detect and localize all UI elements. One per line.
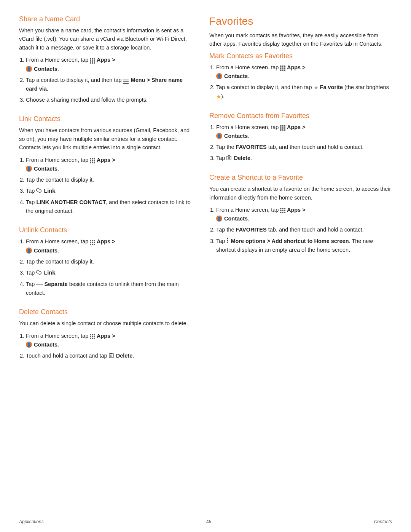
link-another-label: LINK ANOTHER CONTACT	[36, 199, 106, 205]
svg-rect-49	[280, 125, 282, 127]
list-item: From a Home screen, tap Apps > Contacts.	[26, 156, 194, 173]
svg-rect-39	[109, 354, 113, 358]
list-item: Tap Separate beside contacts to unlink t…	[26, 280, 194, 297]
footer-page: 45	[206, 519, 211, 524]
separator-icon	[36, 284, 43, 284]
menu-icon	[123, 78, 129, 82]
footer-right: Contacts	[374, 519, 392, 524]
list-item: From a Home screen, tap Apps > Contacts.	[26, 237, 194, 255]
svg-rect-61	[284, 208, 286, 209]
link-label: Link	[44, 270, 55, 276]
svg-rect-30	[90, 334, 91, 335]
list-item: Tap the contact to display it.	[26, 257, 194, 266]
list-item: Tap More options > Add shortcut to Home …	[216, 237, 392, 255]
link-title: Link Contacts	[19, 115, 194, 123]
svg-point-70	[227, 242, 228, 243]
svg-rect-56	[282, 129, 284, 131]
favorite-label: Fa vorite	[320, 84, 343, 90]
svg-rect-38	[94, 338, 96, 339]
svg-rect-4	[92, 60, 94, 62]
svg-rect-17	[94, 160, 96, 161]
svg-rect-2	[94, 58, 96, 60]
share-section: Share a Name Card When you share a name …	[19, 15, 194, 104]
svg-rect-11	[123, 83, 129, 84]
share-intro: When you share a name card, the contact'…	[19, 26, 194, 52]
contacts-label: Contacts	[34, 166, 57, 172]
svg-rect-59	[280, 208, 282, 209]
svg-rect-29	[94, 244, 96, 245]
svg-rect-16	[92, 160, 94, 161]
apps-icon	[90, 157, 95, 163]
svg-rect-67	[284, 212, 286, 214]
star-filled-icon: ★	[216, 93, 221, 101]
list-item: Tap Link.	[26, 187, 194, 196]
contacts-label: Contacts	[224, 216, 248, 222]
svg-point-68	[227, 238, 228, 239]
svg-rect-53	[282, 127, 284, 129]
svg-rect-34	[92, 336, 94, 337]
svg-rect-23	[94, 240, 96, 241]
svg-rect-48	[284, 70, 286, 71]
svg-rect-18	[90, 162, 91, 163]
apps-icon	[280, 65, 285, 70]
svg-rect-20	[94, 162, 96, 163]
delete-label: Delete	[234, 155, 250, 161]
svg-rect-35	[94, 336, 96, 337]
footer-left: Applications	[19, 519, 44, 524]
shortcut-section: Create a Shortcut to a Favorite You can …	[209, 174, 392, 254]
svg-rect-32	[94, 334, 96, 335]
svg-rect-9	[123, 80, 129, 80]
list-item: From a Home screen, tap	[26, 56, 194, 73]
svg-rect-42	[284, 66, 286, 67]
svg-rect-19	[92, 162, 94, 163]
list-item: From a Home screen, tap Apps > Contacts.	[216, 63, 392, 81]
remove-title: Remove Contacts from Favorites	[209, 112, 392, 120]
svg-rect-41	[282, 66, 284, 67]
svg-rect-27	[90, 244, 91, 245]
svg-rect-45	[284, 67, 286, 69]
apps-icon	[90, 58, 95, 63]
list-item: Tap the FAVORITES tab, and then touch an…	[216, 143, 392, 152]
apps-label: Apps >	[95, 157, 115, 163]
contacts-person-icon	[26, 342, 32, 348]
remove-section: Remove Contacts from Favorites From a Ho…	[209, 112, 392, 163]
svg-rect-28	[92, 244, 94, 245]
apps-label: Apps >	[285, 207, 305, 213]
svg-rect-12	[90, 158, 91, 160]
svg-rect-36	[90, 338, 91, 339]
list-item: Tap LINK ANOTHER CONTACT, and then selec…	[26, 198, 194, 216]
link-steps: From a Home screen, tap Apps > Contacts.…	[26, 156, 194, 216]
remove-steps: From a Home screen, tap Apps > Contacts.…	[216, 123, 392, 163]
svg-rect-47	[282, 70, 284, 71]
svg-rect-6	[90, 62, 91, 64]
favorites-tab-label: FAVORITES	[236, 144, 267, 150]
svg-rect-22	[92, 240, 94, 241]
apps-label: Apps >	[95, 238, 115, 244]
link-intro: When you have contacts from various sour…	[19, 126, 194, 152]
svg-rect-21	[90, 240, 91, 241]
favorites-intro: When you mark contacts as favorites, the…	[209, 31, 392, 48]
svg-rect-43	[280, 67, 282, 69]
unlink-section: Unlink Contacts From a Home screen, tap …	[19, 226, 194, 297]
link-section: Link Contacts When you have contacts fro…	[19, 115, 194, 216]
trash-icon	[109, 352, 114, 361]
svg-rect-60	[282, 208, 284, 209]
contacts-person-icon	[26, 248, 32, 254]
svg-rect-62	[280, 210, 282, 212]
svg-rect-46	[280, 70, 282, 71]
svg-rect-33	[90, 336, 91, 337]
mark-title: Mark Contacts as Favorites	[209, 52, 392, 60]
list-item: Choose a sharing method and follow the p…	[26, 96, 194, 104]
trash-icon	[226, 154, 231, 163]
svg-point-69	[227, 240, 228, 241]
contacts-label: Contacts	[224, 73, 248, 79]
apps-label: Apps >	[95, 57, 115, 63]
link-chain-icon	[36, 187, 41, 196]
delete-title: Delete Contacts	[19, 308, 194, 316]
shortcut-intro: You can create a shortcut to a favorite …	[209, 185, 392, 202]
unlink-steps: From a Home screen, tap Apps > Contacts.…	[26, 237, 194, 297]
contacts-person-icon	[26, 166, 32, 172]
svg-rect-31	[92, 334, 94, 335]
more-options-icon	[226, 237, 228, 246]
svg-rect-10	[123, 81, 129, 82]
